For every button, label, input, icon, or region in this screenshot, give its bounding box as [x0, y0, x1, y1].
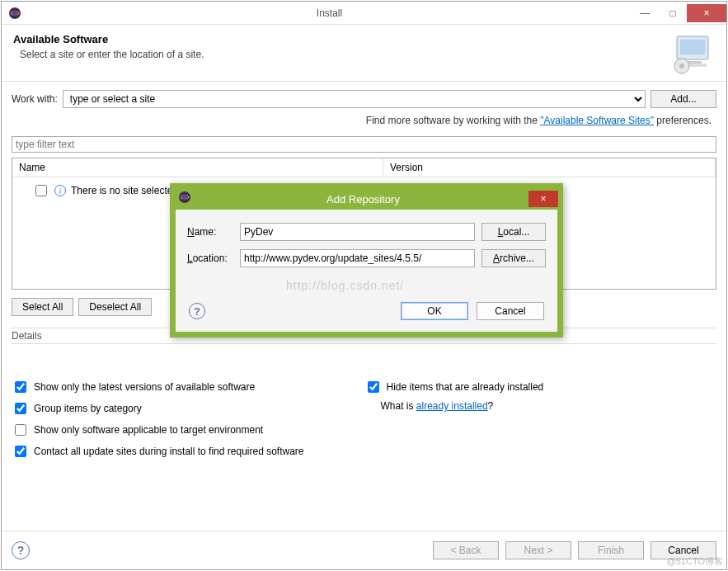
modal-close-button[interactable]: × [528, 191, 558, 207]
check-applicable[interactable]: Show only software applicable to target … [12, 422, 364, 438]
minimize-button[interactable]: — [631, 4, 659, 22]
next-button[interactable]: Next > [505, 541, 571, 559]
eclipse-icon [178, 191, 195, 207]
modal-cancel-button[interactable]: Cancel [477, 302, 544, 320]
name-input[interactable] [240, 223, 475, 241]
work-with-select[interactable]: type or select a site [63, 90, 646, 108]
svg-point-8 [679, 64, 684, 68]
info-icon: i [54, 185, 66, 196]
wizard-footer: ? < Back Next > Finish Cancel [2, 531, 726, 569]
add-button[interactable]: Add... [651, 90, 716, 108]
eclipse-icon [7, 5, 23, 21]
check-latest-versions[interactable]: Show only the latest versions of availab… [12, 379, 364, 395]
select-all-button[interactable]: Select All [12, 298, 73, 316]
ok-button[interactable]: OK [401, 302, 468, 320]
no-site-text: There is no site selected. [71, 185, 181, 196]
name-label: Name: [187, 226, 233, 238]
check-hide-installed[interactable]: Hide items that are already installed [364, 379, 717, 395]
modal-titlebar: Add Repository × [175, 188, 558, 210]
already-installed-hint: What is already installed? [364, 400, 717, 412]
wizard-header: Available Software Select a site or ente… [2, 25, 726, 82]
corner-watermark: @51CTO博客 [667, 555, 723, 568]
table-header: Name Version [12, 158, 716, 177]
options-area: Show only the latest versions of availab… [12, 372, 716, 466]
filter-input[interactable] [12, 136, 716, 153]
column-version[interactable]: Version [383, 158, 716, 177]
svg-rect-4 [680, 40, 705, 54]
local-button[interactable]: Local... [481, 223, 546, 241]
available-sites-link[interactable]: "Available Software Sites" [540, 115, 654, 126]
back-button[interactable]: < Back [433, 541, 499, 559]
row-checkbox[interactable] [35, 185, 47, 196]
details-content [12, 344, 716, 367]
modal-body: Name: Local... Location: Archive... http… [176, 210, 557, 332]
finish-button[interactable]: Finish [578, 541, 644, 559]
location-input[interactable] [240, 249, 475, 267]
location-label: Location: [187, 252, 233, 264]
work-with-row: Work with: type or select a site Add... [12, 90, 716, 108]
help-icon[interactable]: ? [12, 541, 30, 559]
help-icon[interactable]: ? [189, 303, 205, 319]
svg-point-2 [12, 11, 17, 16]
maximize-button[interactable]: □ [659, 4, 687, 22]
column-name[interactable]: Name [12, 158, 383, 177]
already-installed-link[interactable]: already installed [416, 400, 488, 412]
add-repository-dialog: Add Repository × Name: Local... Location… [170, 183, 563, 337]
window-title: Install [28, 7, 631, 19]
check-contact-sites[interactable]: Contact all update sites during install … [12, 443, 364, 460]
archive-button[interactable]: Archive... [481, 249, 546, 267]
close-button[interactable]: × [687, 4, 726, 22]
hint-text: Find more software by working with the "… [12, 113, 716, 131]
watermark-text: http://blog.csdn.net/ [187, 276, 546, 299]
svg-point-11 [182, 195, 187, 200]
titlebar: Install — □ × [2, 2, 726, 25]
check-group-category[interactable]: Group items by category [12, 400, 364, 417]
window-controls: — □ × [631, 4, 726, 22]
modal-footer: ? OK Cancel [187, 299, 546, 323]
install-wizard-icon [665, 33, 715, 74]
page-subtitle: Select a site or enter the location of a… [13, 49, 665, 60]
modal-title: Add Repository [198, 193, 528, 205]
work-with-label: Work with: [12, 93, 58, 105]
deselect-all-button[interactable]: Deselect All [78, 298, 152, 316]
page-title: Available Software [13, 33, 665, 45]
